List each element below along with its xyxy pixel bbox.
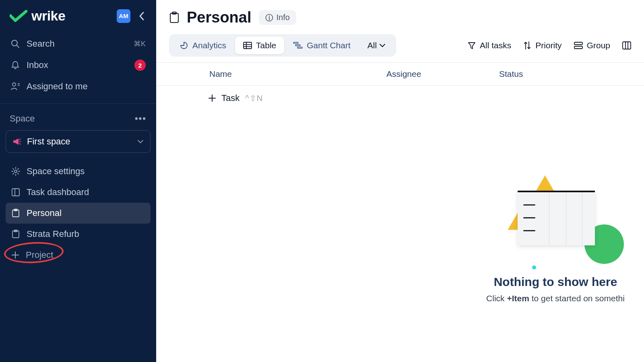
space-items: Space settings Task dashboard Personal S… [0, 156, 156, 265]
person-assigned-icon [10, 82, 20, 91]
search-icon [11, 39, 20, 48]
empty-illustration [503, 177, 608, 261]
empty-subtitle: Click +Item to get started on somethi [451, 294, 644, 303]
gantt-tab[interactable]: Gantt Chart [285, 37, 359, 54]
clipboard-icon [169, 12, 180, 24]
svg-rect-27 [574, 46, 582, 49]
gear-icon [11, 167, 20, 176]
personal-item[interactable]: Personal [6, 203, 151, 224]
add-project-label: Project [26, 250, 53, 260]
plus-icon [208, 95, 216, 102]
main-header: Personal Info [156, 0, 644, 26]
group-label: Group [587, 41, 610, 50]
add-project-button[interactable]: Project [6, 245, 151, 265]
svg-rect-14 [170, 13, 178, 23]
table-label: Table [256, 41, 276, 50]
table-icon [243, 42, 252, 49]
svg-rect-25 [297, 47, 302, 48]
all-views-dropdown[interactable]: All [359, 37, 394, 54]
all-label: All [367, 41, 377, 50]
svg-rect-23 [293, 42, 298, 43]
wrike-check-icon [10, 10, 27, 22]
space-header: Space ••• [0, 108, 156, 128]
fields-button[interactable] [622, 41, 631, 49]
svg-rect-24 [295, 45, 300, 46]
filter-label: All tasks [480, 41, 511, 50]
table-header-row: Name Assignee Status [156, 63, 644, 86]
search-nav[interactable]: Search ⌘K [5, 33, 151, 54]
chevron-left-icon [139, 12, 144, 21]
add-task-label: Task [221, 93, 239, 103]
bell-icon [11, 61, 20, 70]
view-switch: Analytics Table Gantt Chart All [169, 34, 396, 57]
add-task-shortcut: ^⇧N [245, 93, 263, 103]
space-item-label: Personal [27, 208, 62, 218]
strata-refurb-item[interactable]: Strata Refurb [6, 224, 151, 245]
assigned-label: Assigned to me [27, 81, 88, 92]
column-assignee[interactable]: Assignee [386, 69, 499, 79]
gantt-icon [293, 42, 303, 49]
inbox-label: Inbox [27, 60, 48, 70]
svg-rect-19 [244, 42, 252, 49]
chevron-down-icon [379, 43, 386, 47]
group-icon [574, 42, 583, 49]
collapse-sidebar-button[interactable] [134, 9, 149, 23]
space-settings-item[interactable]: Space settings [6, 161, 151, 182]
svg-line-1 [17, 45, 19, 47]
sidebar: wrike AM Search ⌘K Inbox 2 Assigned to m… [0, 0, 156, 362]
toolbar: Analytics Table Gantt Chart All All task… [156, 26, 644, 63]
inbox-badge: 2 [134, 60, 146, 71]
columns-icon [622, 41, 631, 49]
space-item-label: Space settings [27, 166, 85, 177]
empty-title: Nothing to show here [451, 275, 644, 289]
space-item-label: Strata Refurb [27, 229, 79, 239]
column-name[interactable]: Name [169, 69, 386, 79]
svg-point-17 [268, 15, 269, 16]
chevron-down-icon [137, 140, 144, 144]
space-item-label: Task dashboard [27, 187, 89, 197]
brand-logo[interactable]: wrike [10, 8, 65, 24]
sidebar-divider [0, 103, 156, 104]
plus-icon [11, 251, 19, 259]
user-avatar[interactable]: AM [117, 9, 130, 23]
svg-rect-26 [574, 42, 582, 45]
svg-point-5 [14, 170, 17, 173]
info-icon [265, 14, 273, 22]
megaphone-icon [12, 138, 21, 146]
table-tab[interactable]: Table [235, 37, 284, 54]
sort-label: Priority [535, 41, 561, 50]
dashboard-icon [12, 188, 20, 196]
column-status[interactable]: Status [499, 69, 580, 79]
primary-nav: Search ⌘K Inbox 2 Assigned to me [0, 31, 156, 97]
clipboard-icon [12, 230, 20, 239]
empty-state: Nothing to show here Click +Item to get … [451, 177, 644, 303]
space-heading: Space [10, 113, 35, 124]
sort-button[interactable]: Priority [523, 41, 561, 50]
clipboard-icon [12, 209, 20, 218]
analytics-label: Analytics [192, 41, 226, 50]
assigned-nav[interactable]: Assigned to me [5, 76, 151, 97]
task-dashboard-item[interactable]: Task dashboard [6, 182, 151, 203]
info-button[interactable]: Info [259, 10, 296, 25]
space-selector[interactable]: First space [6, 130, 151, 153]
page-title: Personal [187, 9, 252, 26]
inbox-nav[interactable]: Inbox 2 [5, 54, 151, 76]
toolbar-right: All tasks Priority Group [468, 41, 631, 50]
space-more-button[interactable]: ••• [135, 113, 147, 124]
svg-rect-28 [623, 42, 631, 49]
filter-icon [468, 41, 476, 49]
main-content: Personal Info Analytics Table Gantt Char… [156, 0, 644, 362]
search-label: Search [27, 39, 55, 49]
group-button[interactable]: Group [574, 41, 610, 50]
sort-icon [523, 41, 531, 50]
svg-point-0 [12, 40, 17, 46]
svg-point-2 [12, 83, 16, 86]
info-label: Info [277, 13, 290, 22]
add-task-row[interactable]: Task ^⇧N [156, 86, 644, 111]
gantt-label: Gantt Chart [307, 41, 351, 50]
analytics-tab[interactable]: Analytics [171, 37, 234, 54]
sidebar-top: wrike AM [0, 6, 156, 31]
analytics-icon [180, 41, 188, 50]
filter-button[interactable]: All tasks [468, 41, 511, 50]
svg-rect-6 [12, 189, 19, 196]
